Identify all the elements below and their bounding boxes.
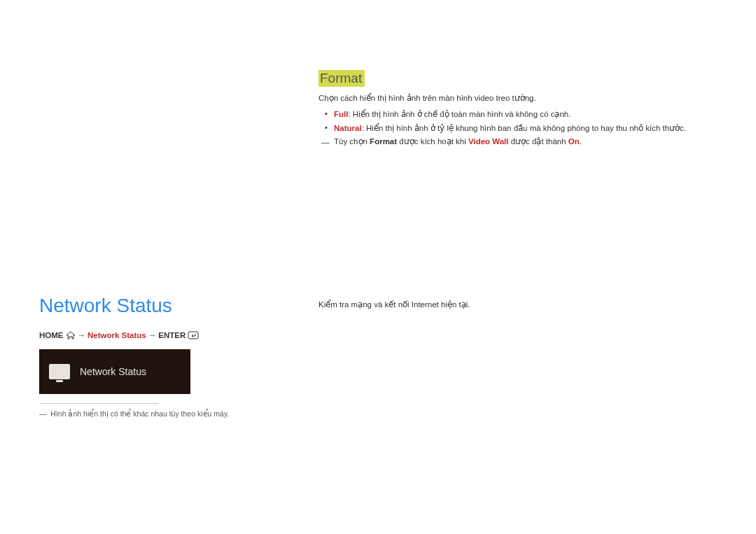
format-note: ―Tùy chọn Format được kích hoạt khi Vide… [318,136,582,146]
bullet-natural-label: Natural [334,124,362,132]
footnote-dash-icon: ― [39,409,47,418]
breadcrumb-network-status: Network Status [88,331,146,339]
bullet-natural-desc: : Hiển thị hình ảnh ở tỷ lệ khung hình b… [362,124,686,132]
footnote-text: Hình ảnh hiển thị có thể khác nhau tùy t… [50,409,229,418]
bullet-natural: Natural: Hiển thị hình ảnh ở tỷ lệ khung… [318,123,686,133]
note-videowall: Video Wall [468,137,509,146]
note-after: được đặt thành [509,137,568,146]
note-on: On [568,137,580,146]
network-status-title: Network Status [39,295,172,317]
bullet-full: Full: Hiển thị hình ảnh ở chế độ toàn mà… [318,109,686,119]
format-bullet-list: Full: Hiển thị hình ảnh ở chế độ toàn mà… [318,105,686,133]
monitor-icon [49,364,70,379]
note-prefix: Tùy chọn [334,137,370,146]
home-icon [66,331,76,339]
tile-label: Network Status [80,366,146,377]
footnote: ― Hình ảnh hiển thị có thể khác nhau tùy… [39,409,229,418]
breadcrumb-arrow1: → [78,331,86,339]
format-heading: Format [318,70,365,87]
divider [39,403,158,404]
bullet-full-desc: : Hiển thị hình ảnh ở chế độ toàn màn hì… [348,110,570,118]
breadcrumb-enter: ENTER [158,331,186,339]
breadcrumb-home: HOME [39,331,64,339]
network-body-text: Kiểm tra mạng và kết nối Internet hiện t… [318,300,470,309]
enter-icon [188,331,199,339]
bullet-full-label: Full [334,110,348,118]
breadcrumb: HOME → Network Status → ENTER [39,331,199,339]
dash-icon: ― [318,138,334,146]
format-intro-text: Chọn cách hiển thị hình ảnh trên màn hìn… [318,93,536,103]
svg-rect-0 [188,332,198,339]
network-status-tile[interactable]: Network Status [39,349,190,394]
note-mid: được kích hoạt khi [397,137,468,146]
page: Format Chọn cách hiển thị hình ảnh trên … [0,0,756,534]
note-end: . [580,137,582,146]
breadcrumb-arrow2: → [148,331,157,339]
note-format-bold: Format [370,137,397,146]
